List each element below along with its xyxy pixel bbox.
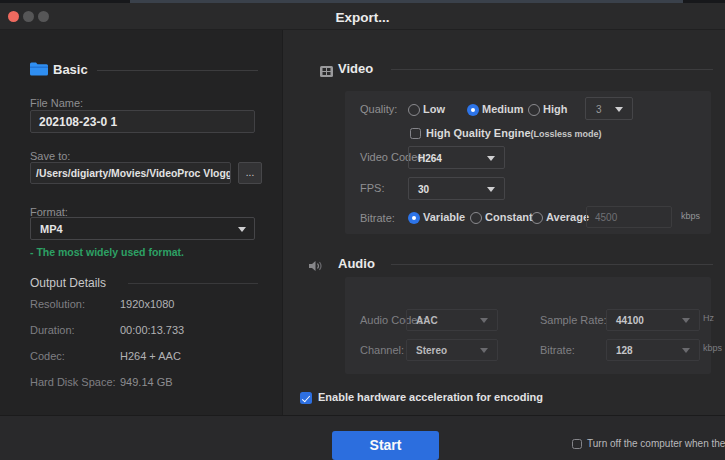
- sample-rate-label: Sample Rate:: [540, 314, 607, 326]
- export-dialog: Export... Basic File Name: 202108-23-0 1…: [0, 0, 725, 460]
- quality-radio-low[interactable]: [408, 104, 420, 116]
- turn-off-label[interactable]: Turn off the computer when the task is f: [587, 438, 725, 449]
- output-details-title: Output Details: [30, 276, 106, 290]
- hw-accel-checkbox[interactable]: [300, 392, 312, 404]
- quality-radio-high[interactable]: [528, 104, 540, 116]
- basic-section-title: Basic: [53, 62, 88, 77]
- video-codec-select[interactable]: H264: [408, 146, 505, 169]
- save-to-label: Save to:: [30, 150, 70, 162]
- bitrate-radio-constant[interactable]: [470, 212, 482, 224]
- video-divider: [391, 69, 713, 70]
- folder-icon: [30, 62, 48, 80]
- quality-label: Quality:: [360, 103, 397, 115]
- chevron-down-icon: [480, 318, 488, 323]
- hard-disk-space-value: 949.14 GB: [120, 376, 173, 388]
- resolution-value: 1920x1080: [120, 298, 174, 310]
- channel-value: Stereo: [416, 345, 447, 356]
- bitrate-radio-constant-label[interactable]: Constant: [485, 211, 533, 223]
- sample-rate-unit: Hz: [703, 313, 714, 323]
- quality-radio-medium[interactable]: [467, 104, 479, 116]
- output-details-divider: [128, 283, 258, 284]
- quality-level-value: 3: [596, 104, 602, 115]
- bitrate-input[interactable]: 4500: [586, 206, 672, 228]
- basic-divider: [97, 70, 258, 71]
- channel-select[interactable]: Stereo: [406, 339, 498, 361]
- audio-section-title: Audio: [338, 256, 375, 271]
- chevron-down-icon: [682, 318, 690, 323]
- bitrate-value: 4500: [595, 212, 617, 223]
- chevron-down-icon: [238, 227, 246, 232]
- chevron-down-icon: [487, 156, 495, 161]
- video-codec-value: H264: [418, 153, 442, 164]
- bitrate-radio-variable-label[interactable]: Variable: [423, 211, 465, 223]
- start-button[interactable]: Start: [332, 431, 439, 460]
- high-quality-engine-text: High Quality Engine: [426, 127, 531, 139]
- chevron-down-icon: [615, 107, 623, 112]
- audio-codec-value: AAC: [416, 315, 438, 326]
- chevron-down-icon: [480, 348, 488, 353]
- sample-rate-value: 44100: [616, 315, 644, 326]
- fps-label: FPS:: [360, 182, 384, 194]
- hard-disk-space-label: Hard Disk Space:: [30, 376, 116, 388]
- high-quality-engine-suffix: (Lossless mode): [531, 129, 602, 139]
- check-icon: [302, 393, 310, 402]
- sample-rate-select[interactable]: 44100: [606, 309, 700, 331]
- high-quality-engine-checkbox[interactable]: [410, 128, 421, 139]
- format-hint: - The most widely used format.: [30, 246, 184, 258]
- chevron-down-icon: [682, 348, 690, 353]
- speaker-icon: [309, 258, 323, 276]
- audio-codec-select[interactable]: AAC: [406, 309, 498, 331]
- video-section-title: Video: [338, 61, 373, 76]
- resolution-label: Resolution:: [30, 298, 85, 310]
- file-name-input[interactable]: 202108-23-0 1: [30, 110, 255, 133]
- format-value: MP4: [40, 223, 63, 235]
- bitrate-radio-average-label[interactable]: Average: [546, 211, 589, 223]
- codec-label: Codec:: [30, 350, 65, 362]
- file-name-label: File Name:: [30, 97, 83, 109]
- duration-value: 00:00:13.733: [120, 324, 184, 336]
- fps-select[interactable]: 30: [408, 177, 505, 200]
- quality-radio-high-label[interactable]: High: [543, 103, 567, 115]
- duration-label: Duration:: [30, 324, 75, 336]
- save-to-input[interactable]: /Users/digiarty/Movies/VideoProc Vlogger…: [30, 162, 231, 184]
- audio-bitrate-label: Bitrate:: [540, 344, 575, 356]
- channel-label: Channel:: [360, 344, 404, 356]
- titlebar: Export...: [0, 3, 725, 30]
- bitrate-radio-average[interactable]: [531, 212, 543, 224]
- quality-level-select[interactable]: 3: [585, 97, 633, 120]
- codec-value: H264 + AAC: [120, 350, 181, 362]
- browse-button[interactable]: ...: [238, 162, 262, 184]
- window-title: Export...: [0, 10, 725, 25]
- audio-bitrate-value: 128: [616, 345, 633, 356]
- turn-off-checkbox[interactable]: [572, 439, 582, 449]
- quality-radio-low-label[interactable]: Low: [423, 103, 445, 115]
- fps-value: 30: [418, 184, 429, 195]
- audio-bitrate-select[interactable]: 128: [606, 339, 700, 361]
- chevron-down-icon: [487, 187, 495, 192]
- film-icon: [320, 63, 333, 81]
- bitrate-unit: kbps: [681, 211, 700, 221]
- format-select[interactable]: MP4: [30, 217, 255, 240]
- quality-radio-medium-label[interactable]: Medium: [482, 103, 524, 115]
- bitrate-radio-variable[interactable]: [408, 212, 420, 224]
- bitrate-label: Bitrate:: [360, 212, 395, 224]
- high-quality-engine-label[interactable]: High Quality Engine(Lossless mode): [426, 127, 602, 139]
- hw-accel-label[interactable]: Enable hardware acceleration for encodin…: [318, 391, 543, 403]
- audio-divider: [391, 264, 713, 265]
- audio-bitrate-unit: kbps: [703, 343, 722, 353]
